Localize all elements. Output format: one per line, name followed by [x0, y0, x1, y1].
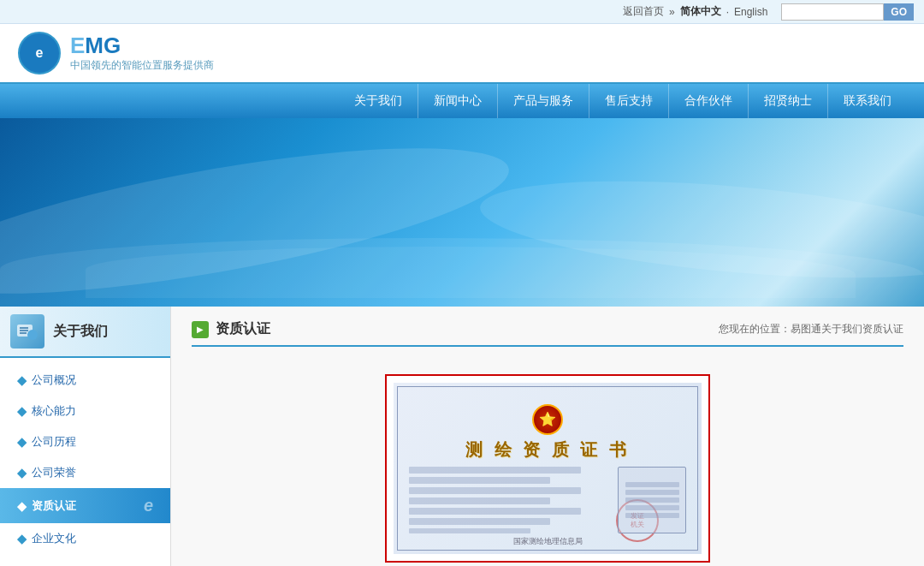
sidebar-item-culture[interactable]: ◆ 企业文化 [0, 523, 170, 554]
section-title-icon [192, 321, 209, 338]
cert-section: ⭐ 测 绘 资 质 证 书 [192, 360, 903, 566]
simplified-chinese-link[interactable]: 简体中文 [680, 4, 721, 19]
cert-line [409, 508, 581, 515]
cert-left [409, 467, 611, 533]
logo-icon: e [17, 31, 62, 75]
header: e EMG 中国领先的智能位置服务提供商 [0, 24, 924, 84]
nav-item-about[interactable]: 关于我们 [339, 84, 418, 118]
search-box: GO [781, 3, 914, 21]
nav-item-news[interactable]: 新闻中心 [418, 84, 498, 118]
cert-right-line [625, 505, 679, 510]
cert-image-container[interactable]: ⭐ 测 绘 资 质 证 书 [385, 374, 710, 563]
nav-item-products[interactable]: 产品与服务 [498, 84, 589, 118]
nav-item-recruit[interactable]: 招贤纳士 [749, 84, 828, 118]
content-header: 资质认证 您现在的位置：易图通关于我们资质认证 [192, 320, 903, 347]
sidebar-label: 公司荣誉 [32, 465, 76, 480]
sidebar-item-company[interactable]: ◆ 公司概况 [0, 365, 170, 396]
cert-date-line [409, 528, 530, 533]
sidebar-label: 核心能力 [32, 403, 76, 419]
sidebar-title: 关于我们 [53, 323, 108, 341]
search-go-button[interactable]: GO [884, 3, 914, 21]
section-title: 资质认证 [216, 320, 270, 338]
banner-wave2 [86, 247, 856, 298]
e-watermark-icon: e [144, 496, 153, 515]
logo-subtitle: 中国领先的智能位置服务提供商 [70, 58, 214, 73]
bullet-icon: ◆ [17, 404, 27, 418]
cert-line [409, 497, 550, 504]
sidebar-header-icon [10, 314, 44, 349]
cert-line [409, 467, 581, 474]
cert-line [409, 487, 581, 494]
sidebar-item-core[interactable]: ◆ 核心能力 [0, 396, 170, 426]
cert-right [618, 467, 686, 533]
sidebar-label: 公司概况 [32, 372, 76, 388]
svg-text:e: e [36, 45, 44, 60]
sidebar-label: 公司历程 [32, 434, 76, 450]
cert-line [409, 477, 550, 484]
cert-right-line [625, 497, 679, 503]
sep2: · [726, 6, 729, 18]
nav-item-partners[interactable]: 合作伙伴 [669, 84, 749, 118]
sep1: » [669, 6, 675, 18]
content-title-area: 资质认证 [192, 320, 270, 338]
logo-area: e EMG 中国领先的智能位置服务提供商 [17, 31, 214, 75]
bullet-icon: ◆ [17, 532, 27, 545]
bullet-icon: ◆ [17, 499, 27, 513]
sidebar: 关于我们 ◆ 公司概况 ◆ 核心能力 ◆ 公司历程 [0, 307, 171, 566]
cert-right-line [625, 513, 679, 518]
cert-image: ⭐ 测 绘 资 质 证 书 [394, 383, 702, 554]
main-content: 关于我们 ◆ 公司概况 ◆ 核心能力 ◆ 公司历程 [0, 307, 924, 566]
content-area: 资质认证 您现在的位置：易图通关于我们资质认证 ⭐ 测 绘 资 质 证 书 [171, 307, 924, 566]
cert-bottom-text: 国家测绘地理信息局 [513, 536, 583, 547]
cert-main-title: 测 绘 资 质 证 书 [465, 438, 630, 462]
cert-right-line [625, 490, 679, 495]
cert-inner: ⭐ 测 绘 资 质 证 书 [394, 404, 702, 533]
cert-right-line [625, 482, 679, 487]
nav-item-contact[interactable]: 联系我们 [828, 84, 907, 118]
sidebar-header: 关于我们 [0, 307, 170, 358]
banner [0, 118, 924, 307]
search-input[interactable] [781, 3, 884, 21]
breadcrumb: 您现在的位置：易图通关于我们资质认证 [719, 322, 903, 337]
sidebar-item-history[interactable]: ◆ 公司历程 [0, 426, 170, 457]
logo-emg: EMG [70, 34, 214, 57]
sidebar-label: 资质认证 [32, 498, 76, 514]
svg-point-3 [27, 330, 38, 340]
sidebar-label: 企业文化 [32, 531, 76, 546]
bullet-icon: ◆ [17, 373, 27, 387]
bullet-icon: ◆ [17, 466, 27, 480]
english-link[interactable]: English [734, 6, 767, 18]
sidebar-menu: ◆ 公司概况 ◆ 核心能力 ◆ 公司历程 ◆ 公司荣誉 [0, 358, 170, 561]
bullet-icon: ◆ [17, 435, 27, 449]
cert-body [409, 467, 686, 533]
nav-item-support[interactable]: 售后支持 [589, 84, 669, 118]
logo-text: EMG 中国领先的智能位置服务提供商 [70, 34, 214, 73]
cert-emblem-icon: ⭐ [532, 404, 563, 435]
sidebar-item-honor[interactable]: ◆ 公司荣誉 [0, 457, 170, 488]
back-home-link[interactable]: 返回首页 [623, 4, 664, 19]
cert-line [409, 518, 550, 525]
top-bar: 返回首页 » 简体中文 · English GO [0, 0, 924, 24]
sidebar-item-cert[interactable]: ◆ 资质认证 e [0, 488, 170, 523]
nav-bar: 关于我们 新闻中心 产品与服务 售后支持 合作伙伴 招贤纳士 联系我们 [0, 84, 924, 118]
